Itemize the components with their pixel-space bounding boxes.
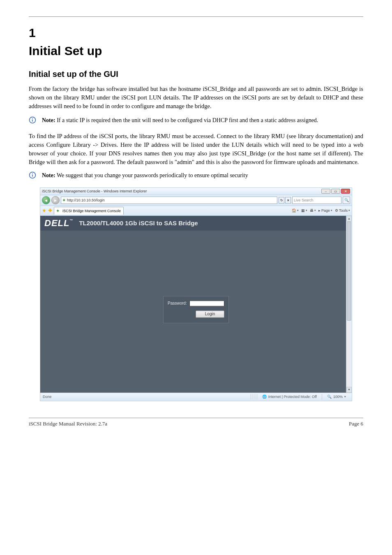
tab-toolbar: ★ ✚ ✦ iSCSI Bridge Management Console 🏠▾… — [40, 206, 352, 216]
address-url: http://10.10.10.50/login — [67, 198, 105, 202]
scroll-track[interactable] — [346, 222, 352, 387]
note-1-label: Note: — [42, 117, 55, 123]
footer-right: Page 6 — [349, 421, 363, 427]
tab-favicon-icon: ✦ — [56, 209, 60, 213]
browser-tab[interactable]: ✦ iSCSI Bridge Management Console — [54, 207, 124, 215]
tools-menu[interactable]: ⚙ Tools▾ — [335, 208, 350, 213]
search-placeholder: Live Search — [294, 198, 314, 202]
zone-text: Internet | Protected Mode: Off — [268, 395, 317, 399]
scroll-down-button[interactable]: ▼ — [346, 387, 352, 393]
login-panel: Password: Login — [163, 296, 229, 323]
zoom-value: 100% — [333, 395, 343, 399]
zoom-control[interactable]: 🔍 100% ▾ — [324, 395, 349, 399]
window-maximize-button[interactable]: ▭ — [331, 189, 340, 194]
feeds-button[interactable]: ▦▾ — [301, 208, 307, 213]
forward-button[interactable]: ► — [51, 196, 60, 204]
print-button[interactable]: 🖶▾ — [310, 208, 316, 213]
dell-logo: DELL™ — [44, 218, 73, 229]
window-minimize-button[interactable]: – — [321, 189, 330, 194]
tab-title: iSCSI Bridge Management Console — [62, 209, 121, 213]
intro-paragraph-1: From the factory the bridge has software… — [29, 85, 363, 111]
add-favorites-icon[interactable]: ✚ — [48, 208, 52, 213]
globe-icon: 🌐 — [262, 395, 267, 399]
info-icon — [29, 171, 38, 180]
address-bar[interactable]: ✦ http://10.10.10.50/login — [61, 197, 277, 204]
brand-bar: DELL™ TL2000/TL4000 1Gb iSCSI to SAS Bri… — [40, 216, 352, 231]
intro-paragraph-2: To find the IP address of the iSCSI port… — [29, 132, 363, 166]
chapter-title: Initial Set up — [29, 44, 363, 58]
section-title: Initial set up of the GUI — [29, 69, 363, 79]
note-1-text: Note: If a static IP is required then th… — [42, 116, 318, 125]
svg-rect-2 — [32, 118, 33, 119]
svg-rect-4 — [32, 175, 33, 177]
note-1: Note: If a static IP is required then th… — [29, 116, 363, 125]
note-2: Note: We suggest that you change your pa… — [29, 171, 363, 180]
refresh-button[interactable]: ↻ — [279, 197, 284, 204]
nav-toolbar: ◄ ► ✦ http://10.10.10.50/login ↻ ✕ Live … — [40, 195, 352, 206]
page-menu[interactable]: ▸ Page▾ — [318, 208, 332, 213]
security-zone[interactable]: 🌐 Internet | Protected Mode: Off — [259, 395, 320, 399]
info-icon — [29, 116, 38, 125]
footer-left: iSCSI Bridge Manual Revision: 2.7a — [29, 421, 107, 427]
chapter-number: 1 — [29, 26, 363, 40]
note-2-label: Note: — [42, 172, 55, 178]
password-label: Password: — [168, 301, 187, 305]
window-titlebar: iSCSI Bridge Management Console - Window… — [40, 188, 352, 195]
status-bar: Done 🌐 Internet | Protected Mode: Off 🔍 … — [40, 393, 352, 401]
search-input[interactable]: Live Search — [292, 197, 341, 204]
stop-button[interactable]: ✕ — [285, 197, 291, 204]
search-button[interactable]: 🔍 — [343, 197, 350, 204]
ssl-icon: ✦ — [62, 198, 66, 202]
password-input[interactable] — [189, 301, 224, 306]
home-button[interactable]: 🏠▾ — [292, 208, 299, 213]
page-footer: iSCSI Bridge Manual Revision: 2.7a Page … — [29, 418, 363, 427]
back-button[interactable]: ◄ — [42, 196, 50, 204]
vertical-scrollbar[interactable]: ▲ ▼ — [346, 216, 352, 393]
favorites-icon[interactable]: ★ — [42, 208, 46, 213]
note-1-body: If a static IP is required then the unit… — [55, 117, 318, 123]
status-left: Done — [43, 395, 52, 399]
scroll-thumb[interactable] — [347, 222, 351, 321]
page-viewport: DELL™ TL2000/TL4000 1Gb iSCSI to SAS Bri… — [40, 216, 352, 393]
scroll-up-button[interactable]: ▲ — [346, 216, 352, 222]
svg-rect-1 — [32, 120, 33, 122]
browser-window: iSCSI Bridge Management Console - Window… — [40, 187, 352, 401]
svg-rect-5 — [32, 173, 33, 174]
top-rule — [29, 16, 363, 17]
note-2-body: We suggest that you change your password… — [55, 172, 248, 178]
note-2-text: Note: We suggest that you change your pa… — [42, 171, 248, 180]
window-close-button[interactable]: ✕ — [341, 189, 350, 194]
window-title: iSCSI Bridge Management Console - Window… — [42, 189, 147, 193]
product-title: TL2000/TL4000 1Gb iSCSI to SAS Bridge — [79, 220, 198, 227]
login-button[interactable]: Login — [196, 310, 224, 318]
